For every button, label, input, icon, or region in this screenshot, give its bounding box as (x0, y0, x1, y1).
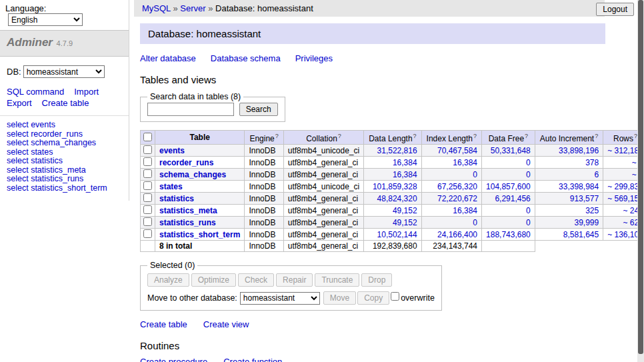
select-all-checkbox[interactable] (143, 133, 152, 141)
row-checkbox-states[interactable] (143, 181, 152, 190)
move-button[interactable]: Move (323, 291, 356, 305)
breadcrumb-mysql[interactable]: MySQL (142, 3, 171, 13)
table-link-events[interactable]: events (159, 146, 185, 155)
table-link-statistics_short_term[interactable]: statistics_short_term (159, 230, 240, 239)
overwrite-checkbox[interactable] (391, 292, 399, 301)
auto-increment-link[interactable]: 378 (585, 158, 599, 167)
repair-button[interactable]: Repair (276, 273, 313, 287)
data-free-link[interactable]: 50,331,648 (491, 146, 531, 155)
language-select[interactable]: English (8, 13, 83, 26)
action-link-database-schema[interactable]: Database schema (211, 53, 281, 63)
create-link-create-view[interactable]: Create view (203, 319, 249, 329)
data-free-link[interactable]: 0 (526, 158, 531, 167)
index-length-link[interactable]: 70,467,584 (437, 146, 477, 155)
help-icon[interactable]: ? (525, 133, 528, 139)
auto-increment-link[interactable]: 33,898,196 (559, 146, 599, 155)
check-button[interactable]: Check (238, 273, 274, 287)
action-link-alter-database[interactable]: Alter database (140, 53, 196, 63)
index-length-cell: 0 (421, 169, 481, 181)
create-link-create-table[interactable]: Create table (140, 319, 187, 329)
drop-button[interactable]: Drop (361, 273, 392, 287)
sidebar-link-create-table[interactable]: Create table (42, 98, 89, 108)
optimize-button[interactable]: Optimize (191, 273, 236, 287)
data-length-link[interactable]: 31,522,816 (377, 146, 417, 155)
routine-link-create-function[interactable]: Create function (223, 357, 282, 362)
copy-button[interactable]: Copy (357, 291, 389, 305)
search-button[interactable]: Search (239, 103, 278, 116)
engine-cell: InnoDB (245, 157, 283, 169)
index-length-link[interactable]: 0 (473, 218, 477, 227)
vertical-scrollbar[interactable] (637, 0, 644, 362)
row-checkbox-statistics_runs[interactable] (143, 217, 152, 226)
db-select[interactable]: homeassistant (23, 65, 105, 78)
truncate-button[interactable]: Truncate (315, 273, 359, 287)
data-length-link[interactable]: 16,384 (393, 170, 417, 179)
auto-increment-link[interactable]: 33,398,984 (559, 182, 599, 191)
auto-increment-link[interactable]: 6 (594, 170, 599, 179)
help-icon[interactable]: ? (275, 133, 279, 139)
tables-list: TableEngine?Collation?Data Length?Index … (140, 130, 644, 252)
sidebar-table-link-select-statistics-meta[interactable]: select statistics_meta (7, 166, 122, 175)
breadcrumb-server[interactable]: Server (180, 3, 205, 13)
search-input[interactable] (147, 103, 234, 116)
scrollbar-thumb[interactable] (638, 0, 643, 354)
sidebar-table-link-select-recorder-runs[interactable]: select recorder_runs (7, 130, 122, 139)
help-icon[interactable]: ? (473, 133, 477, 139)
sidebar-table-link-select-statistics-short-term[interactable]: select statistics_short_term (7, 184, 122, 193)
data-length-link[interactable]: 49,152 (393, 206, 417, 215)
index-length-link[interactable]: 0 (473, 170, 477, 179)
row-checkbox-events[interactable] (143, 145, 152, 154)
sidebar-table-link-select-states[interactable]: select states (7, 148, 122, 157)
sidebar-table-link-select-events[interactable]: select events (7, 121, 122, 130)
auto-increment-link[interactable]: 8,581,645 (563, 230, 599, 239)
sidebar-link-export[interactable]: Export (7, 98, 32, 108)
index-length-link[interactable]: 67,256,320 (437, 182, 477, 191)
row-checkbox-statistics_meta[interactable] (143, 205, 152, 214)
auto-increment-link[interactable]: 913,577 (570, 194, 599, 203)
sidebar-table-link-select-schema-changes[interactable]: select schema_changes (7, 139, 122, 148)
data-free-link[interactable]: 0 (526, 170, 531, 179)
data-length-link[interactable]: 16,384 (393, 158, 417, 167)
action-link-privileges[interactable]: Privileges (295, 53, 333, 63)
data-free-link[interactable]: 6,291,456 (495, 194, 530, 203)
help-icon[interactable]: ? (413, 133, 417, 139)
data-length-link[interactable]: 101,859,328 (373, 182, 417, 191)
help-icon[interactable]: ? (595, 133, 598, 139)
row-checkbox-recorder_runs[interactable] (143, 157, 152, 166)
index-length-link[interactable]: 72,220,672 (437, 194, 477, 203)
table-link-statistics_meta[interactable]: statistics_meta (159, 206, 217, 215)
table-link-statistics[interactable]: statistics (159, 194, 194, 203)
overwrite-label[interactable]: overwrite (401, 293, 435, 303)
row-checkbox-statistics[interactable] (143, 193, 152, 202)
data-free-link[interactable]: 104,857,600 (486, 182, 531, 191)
analyze-button[interactable]: Analyze (147, 273, 189, 287)
data-length-link[interactable]: 49,152 (393, 218, 417, 227)
auto-increment-link[interactable]: 325 (585, 206, 599, 215)
table-link-states[interactable]: states (159, 182, 183, 191)
table-link-statistics_runs[interactable]: statistics_runs (159, 218, 216, 227)
move-db-select[interactable]: homeassistant (240, 292, 320, 305)
sidebar-table-link-select-statistics[interactable]: select statistics (7, 157, 122, 166)
data-length-link[interactable]: 10,502,144 (377, 230, 417, 239)
adminer-logo[interactable]: Adminer (7, 36, 53, 49)
logout-button[interactable]: Logout (596, 3, 634, 16)
sidebar-table-link-select-statistics-runs[interactable]: select statistics_runs (7, 175, 122, 184)
index-length-link[interactable]: 24,166,400 (437, 230, 477, 239)
sidebar: Language: English Adminer 4.7.9 DB: home… (0, 0, 129, 201)
collation-cell: utf8mb4_general_ci (283, 217, 363, 229)
row-checkbox-statistics_short_term[interactable] (143, 229, 152, 238)
routine-link-create-procedure[interactable]: Create procedure (140, 357, 207, 362)
sidebar-link-import[interactable]: Import (74, 87, 99, 97)
data-free-link[interactable]: 0 (526, 218, 531, 227)
table-link-recorder_runs[interactable]: recorder_runs (159, 158, 213, 167)
data-length-link[interactable]: 48,824,320 (377, 194, 417, 203)
help-icon[interactable]: ? (338, 133, 341, 139)
row-checkbox-schema_changes[interactable] (143, 169, 152, 178)
auto-increment-link[interactable]: 39,999 (574, 218, 599, 227)
sidebar-link-sql-command[interactable]: SQL command (7, 87, 64, 97)
index-length-link[interactable]: 16,384 (453, 206, 477, 215)
table-link-schema_changes[interactable]: schema_changes (159, 170, 226, 179)
data-free-link[interactable]: 188,743,680 (486, 230, 531, 239)
data-free-link[interactable]: 0 (526, 206, 531, 215)
index-length-link[interactable]: 16,384 (453, 158, 477, 167)
